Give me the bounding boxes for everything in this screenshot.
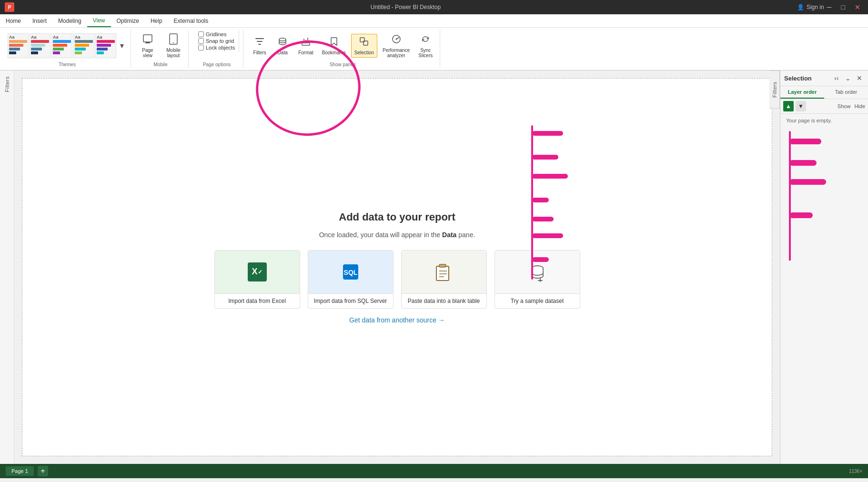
show-panes-buttons: Filters Data: [249, 30, 436, 62]
sync-slicers-button[interactable]: Sync Slicers: [415, 31, 436, 60]
hide-link[interactable]: Hide: [854, 103, 865, 109]
performance-analyzer-button[interactable]: Performance analyzer: [379, 31, 413, 60]
svg-rect-6: [302, 43, 310, 45]
excel-card-label: Import data from Excel: [215, 293, 300, 308]
data-source-cards: X✓ Import data from Excel SQL: [214, 250, 580, 309]
titlebar-controls[interactable]: ─ □ ✕: [824, 2, 863, 12]
selection-pane-title: Selection: [784, 75, 812, 82]
mobile-layout-icon: [169, 33, 178, 47]
paste-card[interactable]: Paste data into a blank table: [401, 250, 487, 309]
left-sidebar: Filters: [0, 70, 14, 464]
menu-view[interactable]: View: [87, 14, 111, 27]
selection-pane: Selection ‹‹ ⌄ ✕ Layer order Tab order ▲…: [780, 70, 868, 464]
page-options-group: Gridlines Snap to grid Lock objects: [194, 30, 239, 52]
theme-1[interactable]: Aa: [8, 33, 29, 58]
snap-to-grid-checkbox[interactable]: Snap to grid: [198, 38, 235, 44]
sample-card-label: Try a sample dataset: [495, 293, 580, 308]
bookmarks-pane-button[interactable]: Bookmarks: [319, 34, 349, 58]
sample-card[interactable]: Try a sample dataset: [495, 250, 580, 309]
window-icon: P: [5, 2, 14, 12]
theme-4[interactable]: Aa: [73, 33, 94, 58]
svg-point-5: [279, 38, 286, 41]
sql-card[interactable]: SQL Import data from SQL Server: [308, 250, 394, 309]
page-1-tab[interactable]: Page 1: [6, 466, 34, 476]
themes-row: Aa Aa Aa: [8, 30, 127, 62]
selection-pane-label: Selection: [354, 50, 374, 55]
gridlines-input[interactable]: [198, 31, 204, 37]
tab-layer-order[interactable]: Layer order: [780, 86, 824, 99]
status-resolution: 1136×: [849, 469, 862, 474]
move-down-button[interactable]: ▼: [796, 101, 806, 111]
person-icon: 👤: [797, 4, 804, 10]
data-pane-label: Data: [278, 50, 288, 55]
close-button[interactable]: ✕: [852, 2, 863, 12]
show-hide-controls: Show Hide: [838, 103, 865, 109]
selection-toolbar: ▲ ▼ Show Hide: [780, 99, 868, 114]
lock-objects-input[interactable]: [198, 45, 204, 50]
restore-button[interactable]: □: [838, 2, 848, 12]
lock-objects-checkbox[interactable]: Lock objects: [198, 45, 235, 50]
move-up-button[interactable]: ▲: [783, 101, 794, 111]
report-canvas: Add data to your report Once loaded, you…: [22, 78, 772, 456]
menu-home[interactable]: Home: [0, 14, 27, 27]
scale-label: Mobile: [153, 62, 167, 68]
canvas-content: Add data to your report Once loaded, you…: [214, 211, 580, 324]
data-pane-button[interactable]: Data: [272, 34, 293, 58]
canvas-area: Add data to your report Once loaded, you…: [14, 70, 780, 464]
canvas-subtitle: Once loaded, your data will appear in th…: [319, 231, 475, 239]
format-pane-button[interactable]: Format: [295, 34, 317, 58]
get-data-link-text: Get data from another source →: [349, 316, 445, 324]
menu-modeling[interactable]: Modeling: [52, 14, 87, 27]
themes-expand-button[interactable]: ▼: [117, 33, 127, 58]
tab-tab-order[interactable]: Tab order: [824, 86, 868, 99]
show-panes-label: Show panes: [330, 62, 356, 68]
filters-sidebar-label[interactable]: Filters: [3, 74, 11, 94]
svg-rect-0: [143, 35, 152, 42]
format-icon: [301, 36, 311, 49]
themes-label: Themes: [59, 62, 76, 68]
selection-annotations: [780, 127, 868, 464]
sql-server-icon: SQL: [339, 261, 362, 283]
filters-pane-label: Filters: [253, 50, 266, 55]
page-view-button[interactable]: Page view: [136, 31, 160, 60]
gridlines-checkbox[interactable]: Gridlines: [198, 31, 235, 37]
scale-section: Page view Mobile layout Mobile: [133, 30, 189, 68]
theme-3[interactable]: Aa: [51, 33, 72, 58]
page-options-section: Gridlines Snap to grid Lock objects Page…: [191, 30, 243, 68]
data-icon: [277, 36, 288, 49]
mobile-layout-label: Mobile layout: [166, 48, 180, 58]
minimize-button[interactable]: ─: [824, 2, 835, 12]
add-page-button[interactable]: +: [38, 466, 48, 476]
selection-pane-button[interactable]: Selection: [351, 34, 377, 58]
subtitle-bold: Data: [442, 231, 456, 239]
performance-analyzer-label: Performance analyzer: [383, 48, 410, 58]
selection-chevron-button[interactable]: ⌄: [843, 73, 853, 83]
excel-card[interactable]: X✓ Import data from Excel: [214, 250, 300, 309]
ribbon: Aa Aa Aa: [0, 28, 868, 70]
selection-annotation-drawing: [780, 127, 868, 261]
mobile-layout-button[interactable]: Mobile layout: [161, 31, 185, 60]
selection-collapse-button[interactable]: ‹‹: [832, 73, 841, 83]
menubar: Home Insert Modeling View Optimize Help …: [0, 14, 868, 28]
menu-insert[interactable]: Insert: [27, 14, 52, 27]
snap-to-grid-input[interactable]: [198, 38, 204, 44]
menu-help[interactable]: Help: [145, 14, 168, 27]
theme-2[interactable]: Aa: [30, 33, 50, 58]
menu-optimize[interactable]: Optimize: [111, 14, 145, 27]
get-data-link[interactable]: Get data from another source →: [349, 316, 445, 324]
paste-icon: [434, 261, 454, 282]
svg-rect-1: [145, 42, 150, 43]
statusbar: Page 1 + 1136×: [0, 464, 868, 478]
theme-5[interactable]: Aa: [95, 33, 116, 58]
filters-pane-button[interactable]: Filters: [249, 34, 270, 58]
show-panes-section: Filters Data: [245, 30, 440, 68]
titlebar: P Untitled - Power BI Desktop 👤 Sign in …: [0, 0, 868, 14]
scale-group: Page view Mobile layout: [136, 30, 185, 62]
show-link[interactable]: Show: [838, 103, 851, 109]
menu-external-tools[interactable]: External tools: [168, 14, 214, 27]
signin-area[interactable]: 👤 Sign in: [797, 4, 824, 10]
sync-slicers-label: Sync Slicers: [418, 48, 433, 58]
selection-close-button[interactable]: ✕: [855, 73, 864, 83]
filters-vertical-tab[interactable]: Filters: [769, 70, 780, 109]
svg-text:SQL: SQL: [343, 269, 357, 276]
